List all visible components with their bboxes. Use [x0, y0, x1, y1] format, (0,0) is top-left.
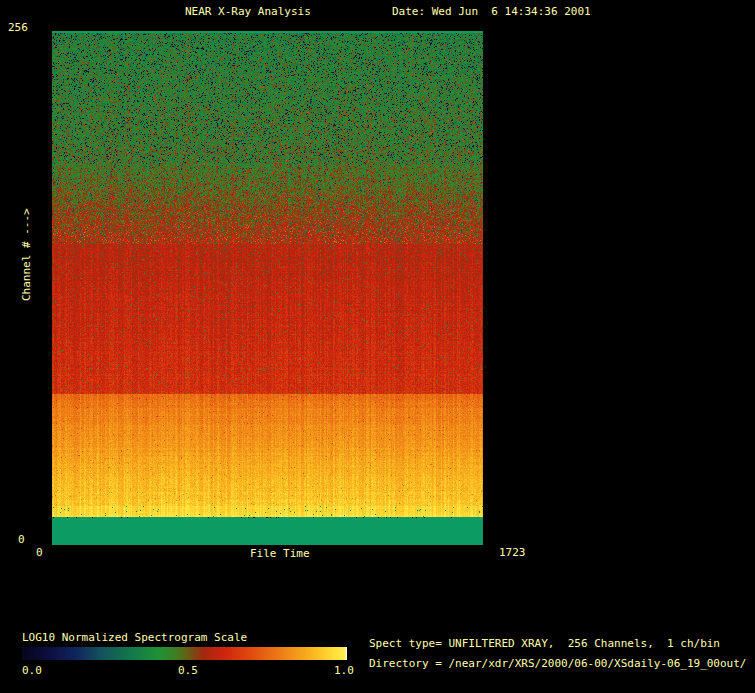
- directory-label: Directory = /near/xdr/XRS/2000/06-00/XSd…: [369, 657, 747, 670]
- x-axis-min-label: 0: [36, 546, 43, 559]
- x-axis-title: File Time: [250, 547, 310, 560]
- spect-type-label: Spect type= UNFILTERED XRAY, 256 Channel…: [369, 637, 720, 650]
- x-axis-max-label: 1723: [499, 546, 526, 559]
- y-axis-min-label: 0: [18, 533, 25, 546]
- colorbar-tick-low: 0.0: [22, 664, 42, 677]
- page-title: NEAR X-Ray Analysis: [185, 5, 311, 18]
- spectrogram-canvas: [52, 31, 483, 545]
- colorbar-tick-mid: 0.5: [178, 664, 198, 677]
- colorbar-canvas: [22, 647, 347, 660]
- date-label: Date: Wed Jun 6 14:34:36 2001: [392, 5, 591, 18]
- colorbar-tick-high: 1.0: [334, 664, 354, 677]
- colorbar-title: LOG10 Normalized Spectrogram Scale: [22, 631, 247, 644]
- y-axis-title: Channel # --->: [20, 208, 33, 301]
- y-axis-max-label: 256: [8, 21, 28, 34]
- near-xray-analysis-window: NEAR X-Ray Analysis Date: Wed Jun 6 14:3…: [0, 0, 755, 693]
